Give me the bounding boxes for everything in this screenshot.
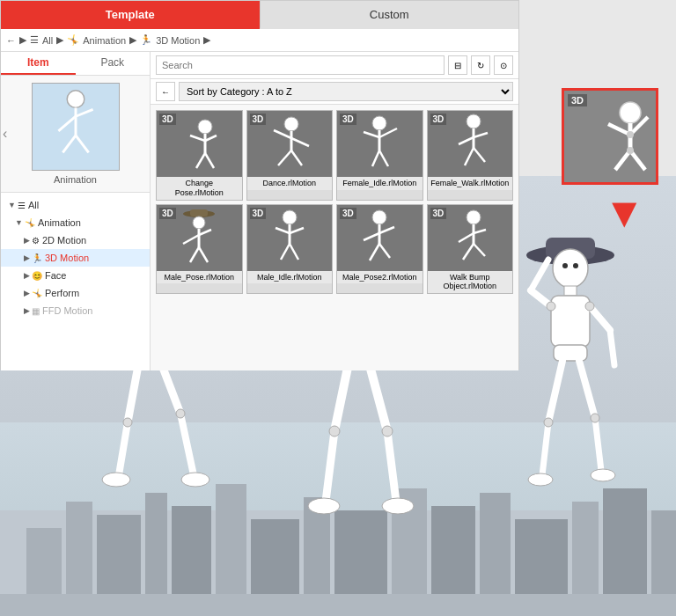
tree-container: ▼ ☰ All ▼ 🤸 Animation ▶ ⚙ 2D Moti (1, 193, 150, 323)
breadcrumb-all[interactable]: All (42, 35, 53, 46)
svg-point-58 (382, 498, 414, 514)
grid-item-img-4: 3D (157, 205, 242, 271)
grid-item-2[interactable]: 3D Female_Idle.rlMotion (336, 110, 423, 201)
tree-icon-ffd: ▦ (32, 306, 40, 316)
breadcrumb-sep3: ▶ (129, 34, 136, 46)
sidebar-tabs: Item Pack (1, 52, 150, 76)
options-button[interactable]: ⊙ (494, 55, 513, 75)
tree-item-3d-motion[interactable]: ▶ 🏃 3D Motion (1, 249, 150, 267)
tree-item-2d-motion[interactable]: ▶ ⚙ 2D Motion (1, 231, 150, 249)
svg-line-73 (610, 330, 614, 365)
breadcrumb-sep2: ▶ (56, 34, 63, 46)
grid-item-0[interactable]: 3D ChangePose.rlMotion (156, 110, 243, 201)
tree-item-ffd[interactable]: ▶ ▦ FFD Motion (1, 302, 150, 319)
svg-point-147 (627, 131, 634, 138)
svg-line-108 (379, 150, 388, 166)
svg-line-143 (608, 124, 630, 135)
sidebar-tab-item[interactable]: Item (1, 52, 76, 75)
svg-line-134 (379, 244, 390, 258)
svg-point-117 (193, 216, 205, 229)
svg-rect-68 (564, 286, 577, 296)
sidebar-tab-pack[interactable]: Pack (76, 52, 151, 75)
grid-item-6[interactable]: 3D Male_Pose2.rlMotion (336, 204, 423, 295)
main-container: Template Custom ← ▶ ☰ All ▶ 🤸 Animation … (0, 0, 676, 616)
content-area: Item Pack ‹ (1, 52, 518, 370)
svg-line-71 (531, 260, 548, 290)
breadcrumb-anim-icon: 🤸 (67, 34, 79, 46)
svg-line-121 (190, 247, 199, 262)
breadcrumb-3d-motion[interactable]: 3D Motion (156, 35, 200, 46)
tree-item-face[interactable]: ▶ 😊 Face (1, 267, 150, 284)
tree-arrow-animation: ▼ (15, 218, 23, 227)
breadcrumb-separator-1: ▶ (19, 34, 26, 46)
tree-label-3d: 3D Motion (45, 253, 89, 263)
svg-point-84 (591, 414, 599, 422)
grid-item-1[interactable]: 3D Dance.rlMotion (246, 110, 334, 201)
svg-point-123 (283, 210, 297, 224)
breadcrumb-icon-all: ☰ (30, 34, 39, 46)
svg-line-102 (291, 150, 302, 165)
preview-box (32, 83, 120, 171)
sidebar: Item Pack ‹ (1, 52, 151, 370)
right-panel: ⊟ ↻ ⊙ ← Sort by Category : A to Z (151, 52, 518, 370)
svg-point-82 (585, 302, 594, 311)
tree-icon-face: 😊 (32, 271, 42, 281)
tab-template[interactable]: Template (1, 1, 260, 29)
svg-line-145 (615, 150, 630, 170)
grid-item-4[interactable]: 3D (156, 204, 243, 295)
svg-line-107 (372, 150, 379, 166)
tree-icon-2d: ⚙ (32, 236, 40, 246)
svg-point-36 (181, 473, 209, 487)
svg-rect-18 (0, 594, 676, 616)
grid-item-label-0: ChangePose.rlMotion (157, 177, 242, 200)
svg-point-77 (528, 473, 553, 486)
tree-arrow-3d: ▶ (24, 253, 30, 262)
svg-line-113 (465, 148, 474, 165)
grid-item-img-0: 3D (157, 111, 242, 177)
grid-item-img-7: 3D (428, 205, 513, 271)
svg-line-35 (180, 414, 194, 475)
svg-line-127 (281, 244, 290, 260)
svg-point-65 (553, 249, 588, 288)
tab-custom[interactable]: Custom (260, 1, 519, 29)
grid-item-label-7: Walk BumpObject.rlMotion (428, 271, 513, 294)
svg-point-91 (198, 120, 212, 134)
grid-item-3[interactable]: 3D Female_Walk.rlMotion (427, 110, 514, 201)
search-input[interactable] (156, 55, 445, 75)
grid-item-7[interactable]: 3D Walk BumpObject.rlMotion (427, 204, 514, 295)
breadcrumb-3d-icon: 🏃 (140, 34, 152, 46)
sort-select[interactable]: Sort by Category : A to Z (179, 82, 513, 101)
svg-point-81 (547, 302, 555, 311)
grid-item-img-6: 3D (337, 205, 422, 271)
svg-line-90 (76, 136, 89, 153)
sort-back-button[interactable]: ← (156, 82, 175, 101)
tree-label-2d: 2D Motion (42, 235, 86, 246)
svg-point-61 (329, 426, 340, 436)
tree-arrow-2d: ▶ (24, 236, 30, 245)
svg-line-94 (205, 136, 217, 141)
refresh-button[interactable]: ↻ (471, 55, 490, 75)
breadcrumb-back-btn[interactable]: ← (6, 35, 16, 46)
svg-line-89 (62, 136, 76, 153)
tree-item-perform[interactable]: ▶ 🤸 Perform (1, 284, 150, 302)
svg-line-87 (58, 116, 76, 131)
tree-item-all[interactable]: ▼ ☰ All (1, 196, 150, 214)
filter-button[interactable]: ⊟ (448, 55, 467, 75)
svg-point-40 (176, 409, 185, 418)
grid-item-img-2: 3D (337, 111, 422, 177)
svg-rect-69 (551, 296, 590, 347)
breadcrumb-animation[interactable]: Animation (83, 35, 126, 46)
sort-bar: ← Sort by Category : A to Z (151, 79, 518, 105)
sidebar-prev-arrow[interactable]: ‹ (3, 126, 7, 142)
svg-line-79 (595, 418, 601, 471)
grid-item-img-3: 3D (428, 111, 513, 177)
svg-point-148 (627, 147, 634, 154)
svg-line-122 (199, 247, 208, 262)
tree-item-animation[interactable]: ▼ 🤸 Animation (1, 214, 150, 231)
grid-item-5[interactable]: 3D Male_Idle.rlMotion (246, 204, 334, 295)
breadcrumb-bar: ← ▶ ☰ All ▶ 🤸 Animation ▶ 🏃 3D Motion ▶ (1, 29, 518, 52)
tree-arrow-all: ▼ (8, 201, 16, 209)
preview-figure (33, 83, 119, 171)
svg-point-55 (308, 498, 340, 514)
drag-preview[interactable]: 3D (562, 88, 658, 185)
